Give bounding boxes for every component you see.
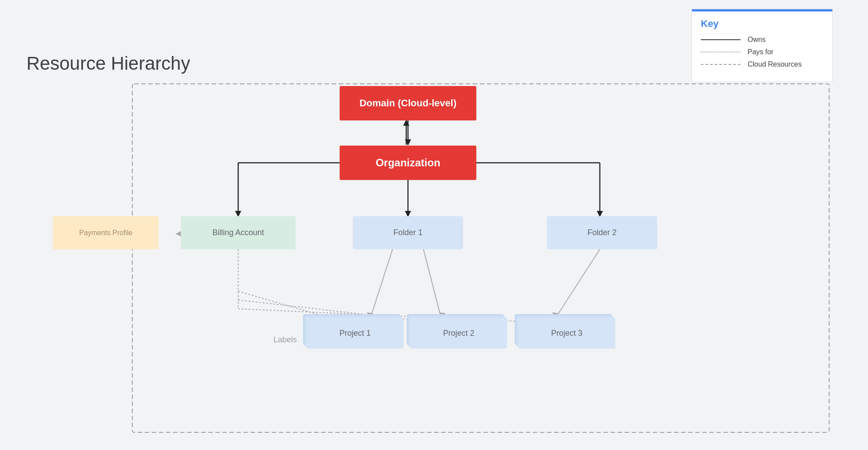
legend-row-pays: Pays for <box>701 48 823 56</box>
svg-rect-0 <box>132 84 829 432</box>
folder2-node: Folder 2 <box>547 216 657 249</box>
payments-profile-node: Payments Profile <box>53 216 159 249</box>
folder1-node: Folder 1 <box>353 216 463 249</box>
project1-label: Project 1 <box>307 318 404 349</box>
legend-row-cloud: Cloud Resources <box>701 60 823 68</box>
organization-node: Organization <box>340 146 476 180</box>
folder2-label: Folder 2 <box>587 228 617 237</box>
organization-label: Organization <box>376 157 441 169</box>
legend-line-solid <box>701 39 741 40</box>
folder1-label: Folder 1 <box>393 228 423 237</box>
svg-line-31 <box>556 249 600 318</box>
legend-accent-bar <box>692 9 832 11</box>
page-title: Resource Hierarchy <box>26 53 190 74</box>
domain-node: Domain (Cloud-level) <box>340 86 476 120</box>
project2-node: Project 2 <box>410 318 507 349</box>
svg-marker-17 <box>176 231 181 236</box>
project1-node: Project 1 <box>307 318 404 349</box>
labels-text: Labels <box>273 335 297 345</box>
legend-box: Key Owns Pays for Cloud Resources <box>692 9 833 82</box>
legend-label-owns: Owns <box>748 36 766 44</box>
legend-line-dotted <box>701 52 741 52</box>
svg-line-27 <box>370 249 393 318</box>
legend-title: Key <box>701 18 823 30</box>
project3-label: Project 3 <box>518 318 615 349</box>
payments-profile-label: Payments Profile <box>79 229 133 237</box>
legend-row-owns: Owns <box>701 36 823 44</box>
svg-marker-6 <box>403 120 409 126</box>
svg-marker-4 <box>405 139 411 146</box>
billing-account-node: Billing Account <box>181 216 296 249</box>
svg-line-29 <box>423 249 441 318</box>
project2-label: Project 2 <box>410 318 507 349</box>
legend-line-dashed <box>701 64 741 65</box>
billing-account-label: Billing Account <box>212 228 264 237</box>
project3-node: Project 3 <box>518 318 615 349</box>
legend-label-cloud: Cloud Resources <box>748 60 802 68</box>
domain-label: Domain (Cloud-level) <box>359 98 456 109</box>
legend-label-pays: Pays for <box>748 48 774 56</box>
